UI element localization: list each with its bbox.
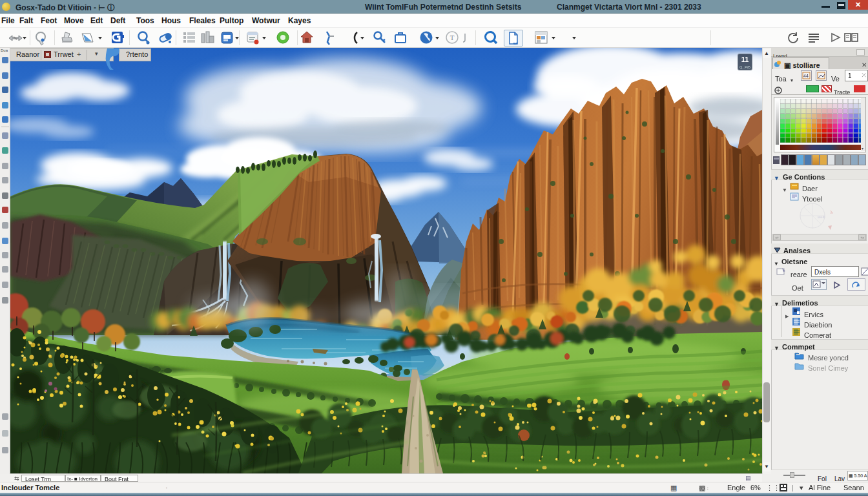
- svg-text:44: 44: [803, 74, 809, 78]
- svg-text:T: T: [450, 34, 455, 41]
- svg-text:weill: weill: [817, 215, 825, 219]
